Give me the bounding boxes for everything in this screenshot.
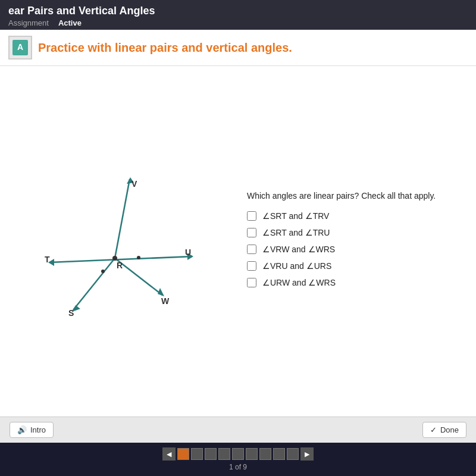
checkbox-item-4[interactable]: ∠VRU and ∠URS (247, 261, 464, 271)
option-label-3: ∠VRW and ∠WRS (262, 245, 335, 254)
checkmark-icon: ✓ (430, 425, 437, 434)
page-dot-1[interactable] (177, 448, 189, 460)
page-title: ear Pairs and Vertical Angles (8, 5, 468, 17)
speaker-icon: 🔊 (17, 425, 27, 434)
page-dot-4[interactable] (218, 448, 230, 460)
intro-button[interactable]: 🔊 Intro (10, 422, 54, 438)
option-label-1: ∠SRT and ∠TRV (262, 211, 329, 221)
pagination-controls: ◀ ▶ (162, 447, 314, 461)
page-label: 1 of 9 (229, 463, 247, 471)
top-header: ear Pairs and Vertical Angles Assignment… (0, 0, 476, 30)
option-label-5: ∠URW and ∠WRS (262, 278, 336, 287)
page-dot-8[interactable] (273, 448, 285, 460)
svg-line-5 (115, 179, 130, 258)
svg-point-12 (137, 256, 140, 259)
question-text: Which angles are linear pairs? Check all… (247, 191, 464, 201)
angle-diagram: V T R U S W (32, 146, 210, 337)
pagination: ◀ ▶ 1 of 9 (0, 443, 476, 476)
prev-page-button[interactable]: ◀ (162, 447, 176, 461)
checkbox-item-5[interactable]: ∠URW and ∠WRS (247, 278, 464, 287)
label-r: R (117, 261, 123, 270)
checkbox-area: Which angles are linear pairs? Check all… (241, 78, 464, 405)
checkbox-item-1[interactable]: ∠SRT and ∠TRV (247, 211, 464, 221)
svg-marker-10 (158, 288, 164, 296)
question-area: V T R U S W Which angles are linear pair… (0, 66, 476, 416)
label-s: S (68, 308, 74, 318)
option-label-2: ∠SRT and ∠TRU (262, 228, 330, 237)
svg-point-13 (101, 270, 105, 273)
practice-title: Practice with linear pairs and vertical … (38, 41, 292, 55)
bottom-bar: 🔊 Intro ✓ Done (0, 416, 476, 443)
label-u: U (185, 248, 191, 257)
page-dot-7[interactable] (259, 448, 271, 460)
checkbox-4[interactable] (247, 261, 256, 271)
svg-line-7 (73, 258, 115, 310)
option-label-4: ∠VRU and ∠URS (262, 261, 331, 271)
checkbox-item-2[interactable]: ∠SRT and ∠TRU (247, 228, 464, 237)
checkbox-1[interactable] (247, 211, 256, 221)
checkbox-item-3[interactable]: ∠VRW and ∠WRS (247, 245, 464, 254)
svg-text:A: A (17, 42, 23, 52)
checkbox-2[interactable] (247, 228, 256, 237)
done-button[interactable]: ✓ Done (422, 422, 466, 438)
intro-label: Intro (30, 425, 46, 434)
page-dot-6[interactable] (246, 448, 258, 460)
label-w: W (161, 296, 170, 306)
nav-active[interactable]: Active (58, 18, 82, 27)
checkbox-3[interactable] (247, 245, 256, 254)
done-label: Done (440, 425, 459, 434)
page-dot-5[interactable] (232, 448, 244, 460)
page-dot-9[interactable] (287, 448, 299, 460)
nav-assignment[interactable]: Assignment (8, 18, 49, 27)
practice-header: A Practice with linear pairs and vertica… (0, 30, 476, 66)
assignment-icon: A (8, 36, 32, 60)
page-dot-2[interactable] (191, 448, 203, 460)
nav-row: Assignment Active (8, 18, 468, 27)
svg-point-11 (112, 256, 117, 261)
next-page-button[interactable]: ▶ (300, 447, 314, 461)
label-v: V (131, 179, 137, 189)
page-dot-3[interactable] (205, 448, 217, 460)
checkbox-5[interactable] (247, 278, 256, 287)
label-t: T (45, 255, 50, 264)
diagram-container: V T R U S W (12, 78, 229, 405)
